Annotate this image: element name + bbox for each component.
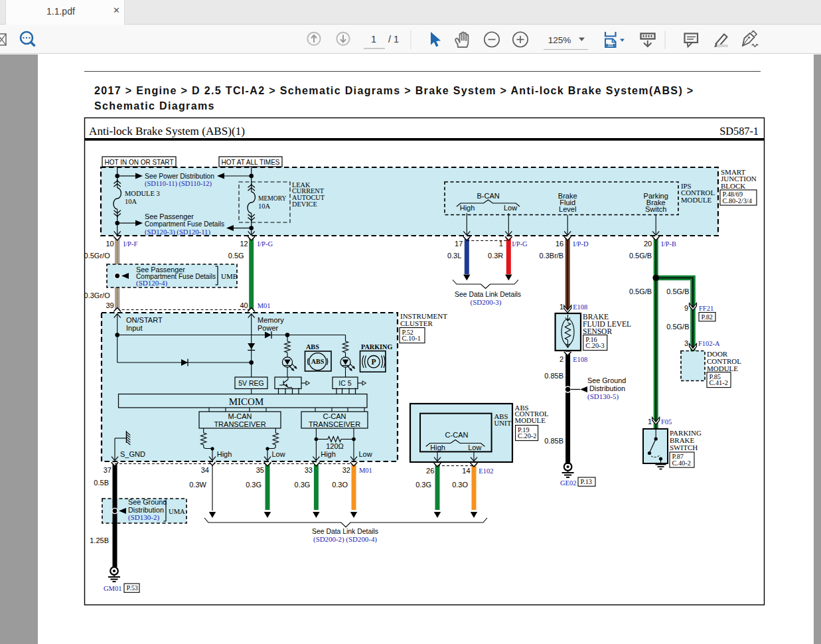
- svg-text:See Ground: See Ground: [587, 376, 626, 384]
- svg-text:0.5G/B: 0.5G/B: [629, 252, 652, 260]
- svg-text:35: 35: [256, 466, 264, 474]
- svg-text:37: 37: [104, 466, 112, 474]
- svg-text:CLUSTER: CLUSTER: [400, 319, 433, 327]
- svg-text:TRANSCEIVER: TRANSCEIVER: [309, 420, 360, 428]
- svg-text:C.20-2: C.20-2: [518, 432, 536, 440]
- svg-text:1: 1: [560, 303, 563, 311]
- svg-text:High: High: [430, 443, 445, 451]
- svg-text:(SD200-2) (SD200-4): (SD200-2) (SD200-4): [313, 535, 377, 544]
- svg-text:High: High: [460, 204, 475, 212]
- svg-text:10A: 10A: [258, 202, 271, 210]
- svg-text:See Ground: See Ground: [128, 498, 167, 506]
- svg-text:1.25B: 1.25B: [90, 536, 109, 544]
- svg-text:P.53: P.53: [127, 584, 138, 592]
- svg-text:C.20-3: C.20-3: [585, 342, 604, 349]
- svg-text:C.10-1: C.10-1: [402, 335, 421, 342]
- svg-text:HOT AT ALL TIMES: HOT AT ALL TIMES: [222, 158, 280, 166]
- svg-text:F102-A: F102-A: [698, 340, 720, 347]
- svg-text:See Data Link Details: See Data Link Details: [455, 290, 522, 298]
- svg-text:Low: Low: [271, 450, 285, 458]
- svg-text:ON/START: ON/START: [126, 316, 163, 324]
- svg-text:Anti-lock Brake System (ABS)(1: Anti-lock Brake System (ABS)(1): [89, 125, 245, 137]
- svg-text:0.85B: 0.85B: [544, 372, 563, 380]
- svg-text:0.5B: 0.5B: [94, 479, 109, 487]
- svg-text:10A: 10A: [125, 198, 137, 205]
- svg-text:/ 1: / 1: [388, 34, 399, 44]
- svg-text:I/P-G: I/P-G: [258, 240, 273, 248]
- svg-text:I/P-G: I/P-G: [512, 240, 528, 248]
- svg-text:HOT IN ON OR START: HOT IN ON OR START: [105, 158, 175, 166]
- svg-text:SENSOR: SENSOR: [583, 327, 612, 335]
- svg-text:MODULE: MODULE: [681, 196, 712, 204]
- svg-text:17: 17: [455, 240, 463, 248]
- svg-text:PARKING: PARKING: [361, 343, 392, 351]
- svg-text:UNIT: UNIT: [494, 419, 512, 427]
- svg-text:0.5G: 0.5G: [228, 252, 244, 260]
- svg-text:39: 39: [106, 301, 113, 309]
- svg-text:1: 1: [648, 418, 652, 426]
- svg-text:Distribution: Distribution: [128, 506, 164, 514]
- svg-text:MEMORY: MEMORY: [258, 195, 287, 202]
- svg-text:M-CAN: M-CAN: [228, 412, 252, 420]
- svg-text:0.5G/B: 0.5G/B: [666, 287, 689, 295]
- svg-text:0.3O: 0.3O: [452, 481, 468, 489]
- svg-text:(SD120-4): (SD120-4): [136, 279, 167, 287]
- svg-text:BLOCK: BLOCK: [721, 182, 745, 190]
- svg-text:5V REG: 5V REG: [238, 379, 264, 387]
- svg-text:P.13: P.13: [581, 478, 592, 485]
- svg-text:M01: M01: [258, 302, 271, 309]
- svg-text:0.3L: 0.3L: [447, 252, 461, 260]
- svg-text:MODULE: MODULE: [515, 416, 546, 424]
- svg-text:16: 16: [556, 240, 563, 248]
- svg-text:I/P-F: I/P-F: [123, 240, 138, 248]
- svg-text:E108: E108: [573, 356, 587, 363]
- svg-text:33: 33: [305, 466, 313, 474]
- svg-text:FF21: FF21: [699, 305, 713, 312]
- svg-text:SD587-1: SD587-1: [719, 125, 759, 137]
- svg-text:14: 14: [462, 467, 470, 475]
- svg-text:High: High: [217, 450, 232, 458]
- svg-text:P: P: [371, 358, 376, 366]
- svg-text:10: 10: [106, 240, 113, 248]
- svg-text:125%: 125%: [548, 35, 571, 45]
- svg-text:MODULE: MODULE: [707, 364, 738, 372]
- svg-text:See Data Link Details: See Data Link Details: [312, 527, 379, 535]
- svg-text:E108: E108: [573, 303, 587, 311]
- svg-text:(SD200-3): (SD200-3): [470, 298, 501, 307]
- svg-text:C.41-2: C.41-2: [709, 379, 728, 386]
- svg-text:S_GND: S_GND: [120, 450, 145, 458]
- svg-text:I/P-D: I/P-D: [573, 240, 589, 248]
- svg-text:(SD130-2): (SD130-2): [128, 513, 159, 522]
- svg-text:Low: Low: [358, 450, 372, 458]
- svg-text:0.3G: 0.3G: [246, 481, 261, 489]
- svg-text:0.3Br/B: 0.3Br/B: [540, 252, 564, 260]
- svg-text:0.3O: 0.3O: [332, 481, 348, 489]
- svg-text:I/P-B: I/P-B: [661, 240, 676, 248]
- svg-text:0.3G: 0.3G: [415, 481, 431, 489]
- svg-text:32: 32: [342, 466, 350, 474]
- svg-text:C.80-2/3/4: C.80-2/3/4: [723, 197, 752, 204]
- svg-text:26: 26: [426, 467, 434, 475]
- svg-text:3: 3: [684, 339, 688, 347]
- svg-text:Input: Input: [126, 324, 142, 332]
- svg-text:1: 1: [499, 240, 503, 248]
- svg-text:Low: Low: [468, 443, 481, 451]
- svg-text:Compartment Fuse Details: Compartment Fuse Details: [145, 220, 225, 228]
- svg-text:M01: M01: [359, 467, 372, 474]
- svg-text:120Ω: 120Ω: [326, 442, 344, 450]
- svg-text:0.85B: 0.85B: [544, 437, 563, 445]
- svg-text:C-CAN: C-CAN: [445, 431, 469, 439]
- svg-text:F05: F05: [661, 418, 672, 426]
- svg-text:P.82: P.82: [702, 313, 713, 321]
- svg-text:B-CAN: B-CAN: [477, 192, 499, 200]
- svg-text:Distribution: Distribution: [589, 384, 625, 392]
- svg-text:GE02: GE02: [560, 479, 577, 487]
- svg-text:Low: Low: [504, 204, 517, 212]
- svg-text:DEVICE: DEVICE: [292, 201, 317, 208]
- svg-text:C.40-2: C.40-2: [672, 459, 691, 467]
- svg-text:12: 12: [240, 240, 248, 248]
- svg-text:40: 40: [240, 301, 248, 309]
- svg-text:GM01: GM01: [104, 585, 121, 592]
- svg-text:(SD120-3) (SD120-11): (SD120-3) (SD120-11): [145, 228, 210, 236]
- svg-text:Level: Level: [559, 205, 576, 213]
